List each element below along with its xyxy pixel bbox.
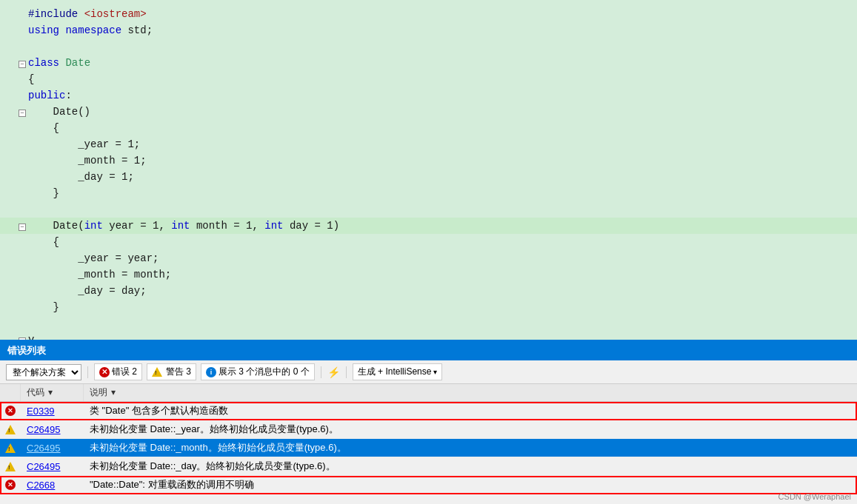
warn-icon: ! — [152, 367, 162, 377]
filter-icon: ⚡ — [327, 366, 340, 378]
info-count-button[interactable]: i 展示 3 个消息中的 0 个 — [201, 363, 315, 380]
code-line-7: − Date() — [0, 104, 857, 120]
code-line-13 — [0, 201, 857, 218]
code-line-4: − class Date — [0, 55, 857, 71]
code-line-18: _day = day; — [0, 283, 857, 299]
code-line-14: − Date(int year = 1, int month = 1, int … — [0, 218, 857, 234]
error-btn-label: 错误 2 — [112, 366, 137, 378]
row3-code[interactable]: C26495 — [21, 440, 84, 456]
error-toolbar: 整个解决方案 ✕ 错误 2 ! 警告 3 i 展示 3 个消息中的 0 个 — [0, 360, 857, 384]
code-line-16: _year = year; — [0, 250, 857, 266]
code-line-3 — [0, 38, 857, 55]
collapse-icon-date2[interactable]: − — [19, 224, 26, 231]
error-row-icon: ✕ — [5, 480, 16, 490]
row3-desc: 未初始化变量 Date::_month。始终初始化成员变量(type.6)。 — [84, 439, 857, 457]
sort-icon: ▾ — [48, 387, 53, 397]
error-panel: 错误列表 整个解决方案 ✕ 错误 2 ! 警告 3 i — [0, 340, 857, 504]
table-row[interactable]: ✕ C2668 "Date::Date": 对重载函数的调用不明确 — [0, 476, 857, 494]
info-icon: i — [206, 367, 216, 377]
row5-desc: "Date::Date": 对重载函数的调用不明确 — [84, 476, 857, 494]
row4-icon: ! — [0, 460, 21, 474]
warn-btn-label: 警告 3 — [166, 366, 191, 378]
row4-desc: 未初始化变量 Date::_day。始终初始化成员变量(type.6)。 — [84, 457, 857, 475]
code-line-15: { — [0, 234, 857, 250]
code-line-17: _month = month; — [0, 266, 857, 283]
collapse-icon-class[interactable]: − — [19, 61, 26, 68]
warn-row-icon: ! — [5, 462, 16, 471]
col-header-code: 代码 ▾ — [21, 384, 84, 401]
code-line-8: { — [0, 120, 857, 136]
warn-count-button[interactable]: ! 警告 3 — [147, 363, 196, 380]
row1-code[interactable]: E0339 — [21, 403, 84, 419]
chevron-down-icon: ▾ — [433, 368, 437, 376]
sep-3 — [346, 366, 347, 378]
code-line-9: _year = 1; — [0, 136, 857, 152]
table-row[interactable]: ! C26495 未初始化变量 Date::_year。始终初始化成员变量(ty… — [0, 420, 857, 439]
row1-desc: 类 "Date" 包含多个默认构造函数 — [84, 402, 857, 420]
code-line-19: } — [0, 299, 857, 315]
code-line-6: public: — [0, 87, 857, 104]
error-icon: ✕ — [99, 367, 110, 377]
code-line-10: _month = 1; — [0, 152, 857, 169]
table-row-selected[interactable]: ! C26495 未初始化变量 Date::_month。始终初始化成员变量(t… — [0, 439, 857, 457]
code-line-2: using namespace std; — [0, 22, 857, 38]
code-line-11: _day = 1; — [0, 169, 857, 185]
row2-code[interactable]: C26495 — [21, 422, 84, 437]
watermark: CSDN @Weraphael — [778, 492, 851, 501]
collapse-1 — [18, 8, 27, 17]
filter-select[interactable]: 整个解决方案 — [6, 364, 81, 380]
code-line-1: #include <iostream> — [0, 6, 857, 22]
sep-1 — [87, 366, 88, 378]
code-editor: #include <iostream> using namespace std;… — [0, 0, 857, 340]
error-table-header: 代码 ▾ 说明 ▾ — [0, 384, 857, 402]
row2-desc: 未初始化变量 Date::_year。始终初始化成员变量(type.6)。 — [84, 420, 857, 438]
error-panel-header: 错误列表 — [0, 341, 857, 360]
warn-row-icon: ! — [5, 425, 16, 434]
warn-row-icon: ! — [5, 443, 16, 453]
gen-label: 生成 + IntelliSense — [358, 366, 432, 378]
row4-code[interactable]: C26495 — [21, 459, 84, 474]
error-table-body: ✕ E0339 类 "Date" 包含多个默认构造函数 ! C26495 未初始… — [0, 402, 857, 494]
error-panel-title: 错误列表 — [7, 344, 46, 357]
table-row[interactable]: ! C26495 未初始化变量 Date::_day。始终初始化成员变量(typ… — [0, 457, 857, 476]
error-row-icon: ✕ — [5, 406, 16, 416]
gen-intellisense-button[interactable]: 生成 + IntelliSense ▾ — [353, 363, 443, 380]
sort-icon-desc: ▾ — [111, 387, 116, 397]
row2-icon: ! — [0, 423, 21, 437]
row5-icon: ✕ — [0, 477, 21, 492]
sep-2 — [321, 366, 321, 378]
col-header-desc: 说明 ▾ — [84, 384, 857, 401]
collapse-2 — [18, 24, 27, 33]
row5-code[interactable]: C2668 — [21, 477, 84, 493]
info-btn-label: 展示 3 个消息中的 0 个 — [219, 366, 310, 378]
row3-icon: ! — [0, 441, 21, 455]
code-line-5: { — [0, 71, 857, 87]
code-line-12: } — [0, 185, 857, 201]
code-line-20 — [0, 315, 857, 332]
row1-icon: ✕ — [0, 403, 21, 418]
table-row[interactable]: ✕ E0339 类 "Date" 包含多个默认构造函数 — [0, 402, 857, 420]
collapse-icon-date1[interactable]: − — [19, 110, 26, 117]
error-count-button[interactable]: ✕ 错误 2 — [94, 363, 142, 380]
col-header-icon — [0, 384, 21, 401]
